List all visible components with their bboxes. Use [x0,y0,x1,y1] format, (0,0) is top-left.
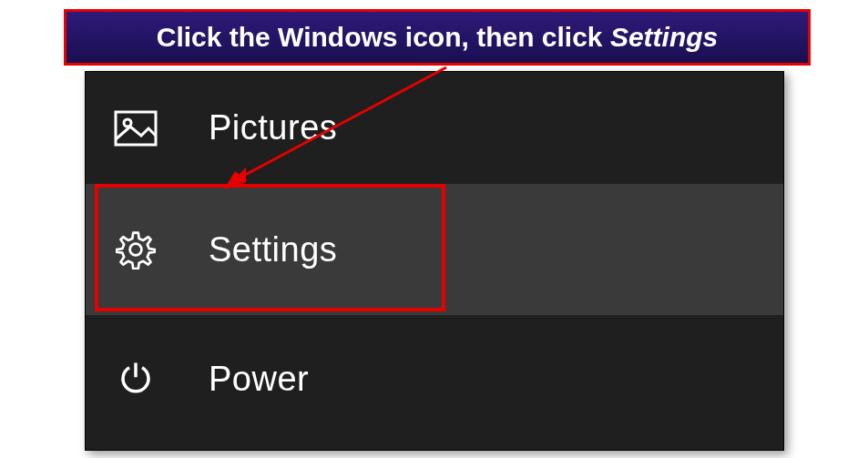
gear-icon [113,227,158,272]
pictures-icon [113,106,158,151]
power-label: Power [209,360,309,399]
svg-point-5 [130,244,142,256]
pictures-label: Pictures [209,108,337,148]
menu-item-pictures[interactable]: Pictures [86,72,783,184]
start-menu-panel: Pictures Settings Power [85,71,784,451]
power-icon [113,356,158,402]
menu-item-power[interactable]: Power [86,315,783,443]
menu-item-settings[interactable]: Settings [86,184,783,315]
instruction-callout: Click the Windows icon, then click Setti… [64,9,811,66]
callout-text: Click the Windows icon, then click [157,22,610,52]
callout-emph: Settings [610,22,718,52]
settings-label: Settings [209,230,337,270]
